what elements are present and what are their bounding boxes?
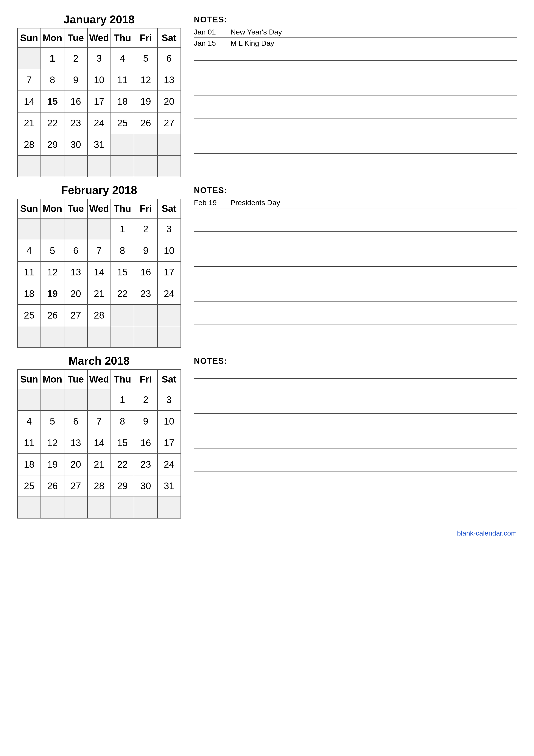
day-cell	[111, 305, 134, 326]
day-cell: 13	[64, 432, 88, 454]
table-row: 45678910	[17, 411, 181, 432]
day-cell	[88, 218, 111, 240]
day-cell: 4	[111, 48, 134, 69]
note-line	[194, 62, 517, 72]
day-cell: 14	[88, 432, 111, 454]
day-cell: 9	[64, 69, 88, 91]
col-header-sun: Sun	[17, 369, 41, 389]
day-cell: 5	[134, 48, 157, 69]
day-cell: 23	[134, 283, 157, 305]
day-cell: 12	[41, 261, 64, 283]
day-cell: 25	[17, 305, 41, 326]
note-line	[194, 85, 517, 95]
day-cell: 10	[158, 411, 181, 432]
notes-title-january: NOTES:	[194, 15, 517, 24]
day-cell	[41, 155, 64, 177]
note-line	[194, 131, 517, 142]
holiday-date: Feb 19	[194, 199, 224, 207]
table-row	[17, 326, 181, 348]
day-cell	[64, 497, 88, 518]
table-row: 45678910	[17, 240, 181, 261]
day-cell: 21	[88, 283, 111, 305]
day-cell: 2	[64, 48, 88, 69]
table-row: 18192021222324	[17, 283, 181, 305]
day-cell: 28	[88, 305, 111, 326]
day-cell	[64, 326, 88, 348]
day-cell	[134, 155, 157, 177]
holiday-date: Jan 15	[194, 39, 224, 47]
day-cell	[158, 497, 181, 518]
month-title-march: March 2018	[17, 354, 181, 367]
day-cell: 10	[88, 69, 111, 91]
day-cell	[88, 155, 111, 177]
day-cell	[111, 497, 134, 518]
table-row: 123	[17, 218, 181, 240]
day-cell	[17, 497, 41, 518]
col-header-wed: Wed	[88, 369, 111, 389]
day-cell: 18	[17, 454, 41, 475]
day-cell: 18	[17, 283, 41, 305]
notes-january: NOTES:Jan 01New Year's DayJan 15M L King…	[194, 13, 517, 154]
col-header-wed: Wed	[88, 28, 111, 48]
day-cell: 26	[41, 475, 64, 497]
day-cell	[134, 134, 157, 155]
col-header-thu: Thu	[111, 28, 134, 48]
day-cell	[41, 326, 64, 348]
day-cell: 8	[111, 240, 134, 261]
table-row: 123456	[17, 48, 181, 69]
day-cell: 4	[17, 411, 41, 432]
table-row: 11121314151617	[17, 261, 181, 283]
day-cell: 22	[111, 454, 134, 475]
col-header-tue: Tue	[64, 28, 88, 48]
calendar-february: February 2018SunMonTueWedThuFriSat123456…	[17, 184, 181, 348]
col-header-fri: Fri	[134, 28, 157, 48]
day-cell	[134, 326, 157, 348]
note-line	[194, 221, 517, 232]
day-cell: 29	[111, 475, 134, 497]
table-row	[17, 497, 181, 518]
col-header-sun: Sun	[17, 199, 41, 218]
day-cell: 24	[158, 454, 181, 475]
month-row-february: February 2018SunMonTueWedThuFriSat123456…	[17, 184, 517, 348]
day-cell: 1	[41, 48, 64, 69]
day-cell: 3	[158, 389, 181, 411]
day-cell	[88, 497, 111, 518]
holiday-name: Presidents Day	[231, 199, 280, 207]
day-cell: 20	[158, 91, 181, 112]
table-row: 28293031	[17, 134, 181, 155]
day-cell	[64, 155, 88, 177]
month-row-march: March 2018SunMonTueWedThuFriSat123456789…	[17, 354, 517, 519]
day-cell: 1	[111, 389, 134, 411]
day-cell: 16	[134, 261, 157, 283]
day-cell	[158, 326, 181, 348]
day-cell: 24	[88, 112, 111, 134]
day-cell: 24	[158, 283, 181, 305]
col-header-tue: Tue	[64, 199, 88, 218]
day-cell: 12	[41, 432, 64, 454]
day-cell	[64, 218, 88, 240]
note-line	[194, 120, 517, 130]
note-line	[194, 291, 517, 302]
day-cell: 22	[41, 112, 64, 134]
day-cell: 16	[134, 432, 157, 454]
day-cell: 10	[158, 240, 181, 261]
note-line	[194, 391, 517, 402]
day-cell: 17	[158, 261, 181, 283]
table-row: 21222324252627	[17, 112, 181, 134]
day-cell: 3	[158, 218, 181, 240]
day-cell: 8	[41, 69, 64, 91]
day-cell: 12	[134, 69, 157, 91]
col-header-mon: Mon	[41, 28, 64, 48]
cal-table-february: SunMonTueWedThuFriSat1234567891011121314…	[17, 199, 181, 348]
day-cell: 29	[41, 134, 64, 155]
note-line	[194, 314, 517, 325]
month-title-january: January 2018	[17, 13, 181, 26]
holiday-name: New Year's Day	[231, 28, 282, 36]
watermark-link[interactable]: blank-calendar.com	[457, 529, 517, 537]
day-cell: 18	[111, 91, 134, 112]
day-cell: 26	[41, 305, 64, 326]
day-cell	[111, 134, 134, 155]
day-cell: 21	[17, 112, 41, 134]
note-line	[194, 415, 517, 425]
day-cell: 27	[64, 475, 88, 497]
